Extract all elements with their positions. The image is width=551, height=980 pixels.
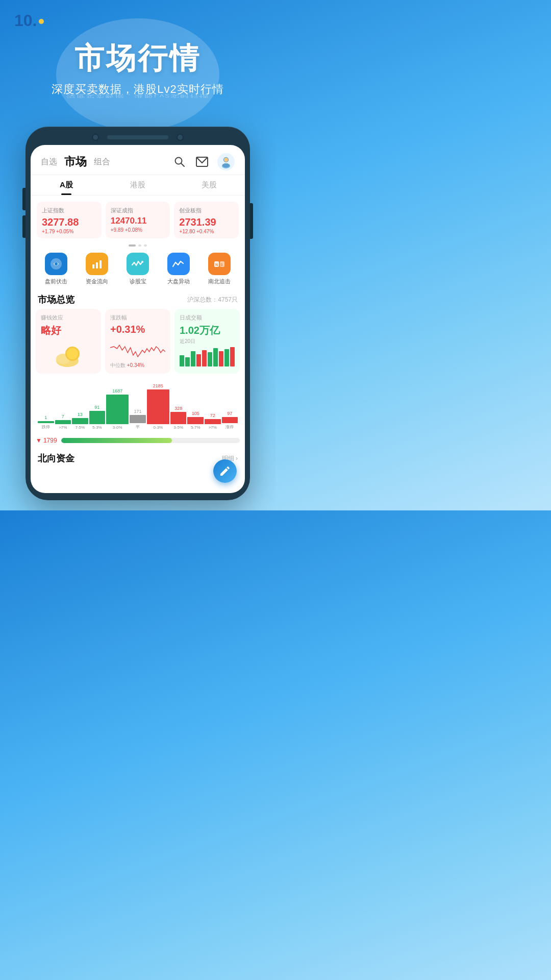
north-capital-header: 北向资金 明细 ›: [31, 447, 245, 468]
tabs-row: A股 港股 美股: [31, 175, 245, 195]
progress-down-count: 1799: [43, 437, 57, 444]
phone-mockup: 自选 市场 组合: [0, 127, 276, 510]
svg-rect-10: [92, 264, 94, 268]
tab-hk-shares[interactable]: 港股: [102, 175, 173, 195]
ov-card-volume-sub: 近20日: [180, 338, 235, 345]
phone-button-left2: [22, 215, 26, 238]
weather-sun-icon: [53, 341, 84, 370]
svg-point-7: [222, 163, 230, 167]
ov-card-volume-label: 日成交额: [180, 314, 235, 322]
phone-button-left1: [22, 188, 26, 210]
svg-point-9: [55, 262, 58, 265]
market-overview-title: 市场总览: [38, 293, 74, 306]
hero-title: 市场行情: [10, 39, 265, 79]
ov-card-risefal-label: 涨跌幅: [110, 314, 165, 322]
tool-bigmarket-label: 大盘异动: [167, 278, 190, 285]
index-card-cyb-name: 创业板指: [179, 207, 234, 214]
ov-card-volume-main: 1.02万亿: [180, 324, 235, 337]
dist-flat: 171 平: [130, 409, 146, 430]
tool-bigmarket-icon: [167, 253, 190, 275]
tool-bigmarket[interactable]: 大盘异动: [158, 253, 199, 285]
quick-tools: 盘前伏击 资金流向: [31, 249, 245, 287]
phone-notch: [31, 134, 245, 141]
ov-card-profit[interactable]: 赚钱效应 略好: [36, 309, 101, 374]
ov-card-risefal[interactable]: 涨跌幅 +0.31% 中位数 +0.34%: [105, 309, 170, 374]
progress-bar-fill: [61, 438, 172, 443]
dist-gt7-red: 72 >7%: [205, 413, 221, 430]
dist-0-3: 2185 0-3%: [147, 383, 169, 430]
hero-subtitle-mirror: 深度买卖数据，港股Lv2实时行情: [10, 93, 265, 99]
tool-north-south-label: 南北追击: [208, 278, 231, 285]
index-card-sz-value: 12470.11: [111, 216, 165, 226]
overview-cards: 赚钱效应 略好 涨跌幅: [31, 309, 245, 379]
tool-diagnose[interactable]: 诊股宝: [117, 253, 158, 285]
dist-3-0: 1687 3-0%: [106, 388, 129, 430]
dist-zhanting: 97 涨停: [222, 411, 238, 430]
tool-panqian-label: 盘前伏击: [45, 278, 67, 285]
phone-camera2-icon: [177, 134, 184, 141]
nav-item-shichang[interactable]: 市场: [64, 154, 87, 169]
ov-card-profit-label: 赚钱效应: [41, 314, 96, 322]
north-capital-title: 北向资金: [38, 452, 74, 464]
tool-panqian-icon: [45, 253, 67, 275]
progress-bar-wrap: [61, 438, 240, 443]
dist-3-5: 328 3-5%: [170, 406, 187, 430]
tool-north-south[interactable]: N S 南北追击: [199, 253, 240, 285]
svg-point-6: [224, 158, 228, 162]
tool-panqian[interactable]: 盘前伏击: [36, 253, 77, 285]
carousel-dots: [31, 242, 245, 249]
search-icon[interactable]: [172, 155, 187, 169]
svg-rect-11: [96, 262, 98, 268]
dist-gt7-green: 7 >7%: [55, 414, 71, 430]
nav-item-zuhe[interactable]: 组合: [94, 157, 110, 167]
market-overview-sub: 沪深总数：4757只: [187, 296, 238, 304]
index-card-sh[interactable]: 上证指数 3277.88 +1.79 +0.05%: [37, 202, 102, 238]
tool-capital[interactable]: 资金流向: [77, 253, 117, 285]
tool-diagnose-icon: [127, 253, 149, 275]
fab-edit-icon: [219, 465, 231, 477]
index-card-cyb-change: +12.80 +0.47%: [179, 229, 234, 234]
tab-a-shares[interactable]: A股: [31, 175, 102, 195]
ov-card-profit-main: 略好: [41, 324, 96, 337]
phone-outer: 自选 市场 组合: [26, 127, 250, 500]
hero-section: 市场行情 深度买卖数据，港股Lv2实时行情 深度买卖数据，港股Lv2实时行情: [0, 34, 276, 121]
index-card-sz-name: 深证成指: [111, 207, 165, 214]
svg-point-13: [141, 261, 143, 263]
dist-7-5: 13 7-5%: [72, 412, 88, 430]
mail-icon[interactable]: [195, 155, 209, 169]
progress-section: ▼ 1799: [31, 435, 245, 447]
index-card-cyb[interactable]: 创业板指 2731.39 +12.80 +0.47%: [174, 202, 239, 238]
dot-1: [129, 244, 136, 247]
phone-button-right: [250, 203, 253, 239]
index-card-sh-value: 3277.88: [42, 216, 96, 228]
logo-dot-icon: [39, 19, 44, 24]
tab-us-shares[interactable]: 美股: [173, 175, 245, 195]
dist-5-3: 91 5-3%: [89, 405, 106, 430]
index-cards: 上证指数 3277.88 +1.79 +0.05% 深证成指 12470.11 …: [31, 195, 245, 242]
nav-icons: [172, 153, 235, 170]
svg-rect-12: [99, 260, 102, 268]
svg-text:N: N: [215, 263, 218, 266]
tool-north-south-icon: N S: [208, 253, 231, 275]
tool-diagnose-label: 诊股宝: [130, 278, 146, 285]
svg-point-21: [67, 348, 78, 359]
avatar[interactable]: [217, 153, 235, 170]
nav-item-zixi[interactable]: 自选: [41, 157, 57, 167]
phone-speaker: [107, 135, 168, 139]
progress-label: ▼ 1799: [36, 437, 57, 444]
distribution-section: 1 跌停 7 >7% 13 7-5%: [31, 379, 245, 435]
dot-3: [144, 244, 147, 247]
svg-text:S: S: [220, 263, 223, 266]
app-nav: 自选 市场 组合: [31, 145, 245, 175]
index-card-sh-change: +1.79 +0.05%: [42, 229, 96, 234]
index-card-sh-name: 上证指数: [42, 207, 96, 214]
tool-capital-icon: [86, 253, 108, 275]
dist-diting: 1 跌停: [38, 415, 54, 430]
svg-line-1: [181, 163, 184, 166]
fab-button[interactable]: [213, 459, 237, 483]
index-card-sz[interactable]: 深证成指 12470.11 +9.89 +0.08%: [106, 202, 170, 238]
index-card-cyb-value: 2731.39: [179, 216, 234, 228]
dot-2: [138, 244, 141, 247]
risefal-chart: [110, 337, 165, 361]
ov-card-volume[interactable]: 日成交额 1.02万亿 近20日: [174, 309, 240, 374]
